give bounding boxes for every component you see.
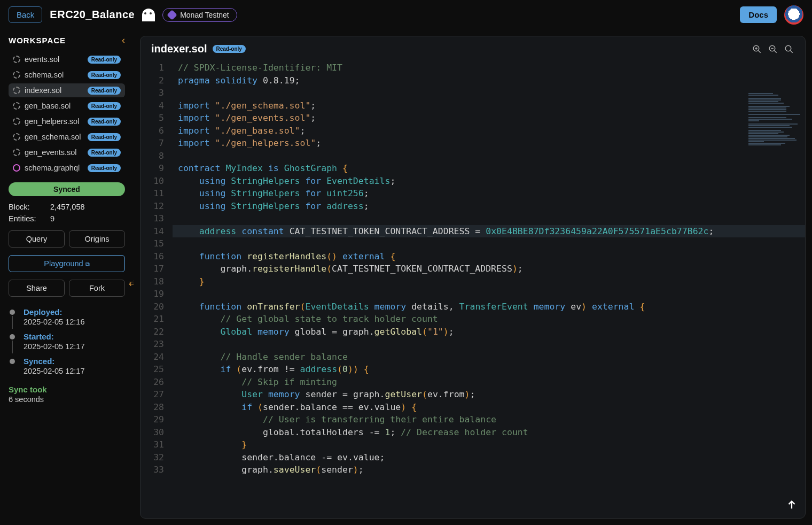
network-badge[interactable]: Monad Testnet xyxy=(162,8,237,22)
file-name: schema.graphql xyxy=(25,164,83,172)
solidity-icon xyxy=(13,149,20,156)
timeline-item: Synced:2025-02-05 12:17 xyxy=(9,357,125,375)
svg-line-1 xyxy=(758,50,761,53)
file-item[interactable]: indexer.solRead-only xyxy=(9,83,125,97)
timeline-date: 2025-02-05 12:17 xyxy=(24,367,125,375)
timeline-title: Synced: xyxy=(24,357,125,366)
network-label: Monad Testnet xyxy=(180,11,229,19)
editor: indexer.sol Read-only 123456789101112131… xyxy=(140,36,806,519)
playground-button[interactable]: Playground⧉ xyxy=(9,255,125,272)
svg-line-8 xyxy=(790,50,793,53)
file-item[interactable]: gen_schema.solRead-only xyxy=(9,130,125,144)
readonly-badge: Read-only xyxy=(88,87,121,95)
file-name: indexer.sol xyxy=(25,86,83,95)
block-value: 2,457,058 xyxy=(50,203,85,211)
timeline-dot-icon xyxy=(10,334,15,339)
file-item[interactable]: gen_helpers.solRead-only xyxy=(9,114,125,128)
readonly-badge: Read-only xyxy=(88,164,121,172)
file-name: gen_base.sol xyxy=(25,102,83,110)
file-item[interactable]: schema.solRead-only xyxy=(9,68,125,82)
topbar: Back ERC20_Balance Monad Testnet Docs xyxy=(0,0,812,29)
sidebar: WORKSPACE ‹ events.solRead-onlyschema.so… xyxy=(0,29,134,525)
timeline-item: Deployed:2025-02-05 12:16 xyxy=(9,307,125,330)
solidity-icon xyxy=(13,87,20,94)
timeline-dot-icon xyxy=(10,359,15,364)
sync-status-pill: Synced xyxy=(9,182,125,196)
readonly-badge: Read-only xyxy=(88,118,121,126)
solidity-icon xyxy=(13,102,20,110)
readonly-badge: Read-only xyxy=(88,102,121,110)
sync-took-label: Sync took xyxy=(9,385,125,394)
timeline-date: 2025-02-05 12:16 xyxy=(24,318,125,326)
entities-value: 9 xyxy=(50,214,54,223)
query-button[interactable]: Query xyxy=(9,230,65,248)
file-name: gen_helpers.sol xyxy=(25,117,83,126)
file-name: gen_events.sol xyxy=(25,148,83,157)
file-item[interactable]: schema.graphqlRead-only xyxy=(9,161,125,175)
external-link-icon: ⧉ xyxy=(85,261,90,267)
app-title: ERC20_Balance xyxy=(50,9,135,21)
readonly-badge: Read-only xyxy=(88,133,121,141)
share-button[interactable]: Share xyxy=(9,280,65,297)
entities-label: Entities: xyxy=(9,214,41,223)
editor-readonly-badge: Read-only xyxy=(213,45,246,53)
fork-button[interactable]: Fork xyxy=(69,280,125,297)
sync-took-value: 6 seconds xyxy=(9,395,125,404)
readonly-badge: Read-only xyxy=(88,71,121,79)
zoom-in-icon[interactable] xyxy=(752,44,762,55)
solidity-icon xyxy=(13,56,20,63)
file-name: schema.sol xyxy=(25,71,83,79)
file-item[interactable]: events.solRead-only xyxy=(9,52,125,66)
timeline-dot-icon xyxy=(10,310,15,315)
solidity-icon xyxy=(13,118,20,125)
editor-filename: indexer.sol xyxy=(151,43,207,55)
search-icon[interactable] xyxy=(784,44,794,55)
docs-button[interactable]: Docs xyxy=(740,6,777,23)
avatar[interactable] xyxy=(784,5,803,25)
file-name: events.sol xyxy=(25,55,83,64)
line-gutter: 1234567891011121314151617181920212223242… xyxy=(140,61,173,518)
collapse-sidebar-icon[interactable]: ‹ xyxy=(122,35,125,46)
back-button[interactable]: Back xyxy=(9,6,42,23)
solidity-icon xyxy=(13,71,20,79)
ghost-icon xyxy=(142,9,155,21)
code-content[interactable]: // SPDX-License-Identifier: MITpragma so… xyxy=(173,61,805,518)
scroll-to-top-button[interactable] xyxy=(784,497,799,512)
timeline-date: 2025-02-05 12:17 xyxy=(24,342,125,351)
svg-point-7 xyxy=(785,45,791,51)
svg-line-5 xyxy=(774,50,777,53)
file-item[interactable]: gen_base.solRead-only xyxy=(9,99,125,113)
solidity-icon xyxy=(13,133,20,141)
graphql-icon xyxy=(13,164,20,172)
file-item[interactable]: gen_events.solRead-only xyxy=(9,145,125,159)
resize-handle[interactable]: ⇄ xyxy=(129,277,134,288)
network-icon xyxy=(167,10,177,20)
zoom-out-icon[interactable] xyxy=(768,44,778,55)
readonly-badge: Read-only xyxy=(88,56,121,64)
timeline-title: Started: xyxy=(24,332,125,341)
readonly-badge: Read-only xyxy=(88,149,121,157)
file-name: gen_schema.sol xyxy=(25,133,83,141)
workspace-title: WORKSPACE xyxy=(9,36,66,45)
block-label: Block: xyxy=(9,203,41,211)
minimap[interactable] xyxy=(746,91,805,166)
timeline-title: Deployed: xyxy=(24,307,125,316)
timeline-item: Started:2025-02-05 12:17 xyxy=(9,332,125,354)
origins-button[interactable]: Origins xyxy=(69,230,125,248)
